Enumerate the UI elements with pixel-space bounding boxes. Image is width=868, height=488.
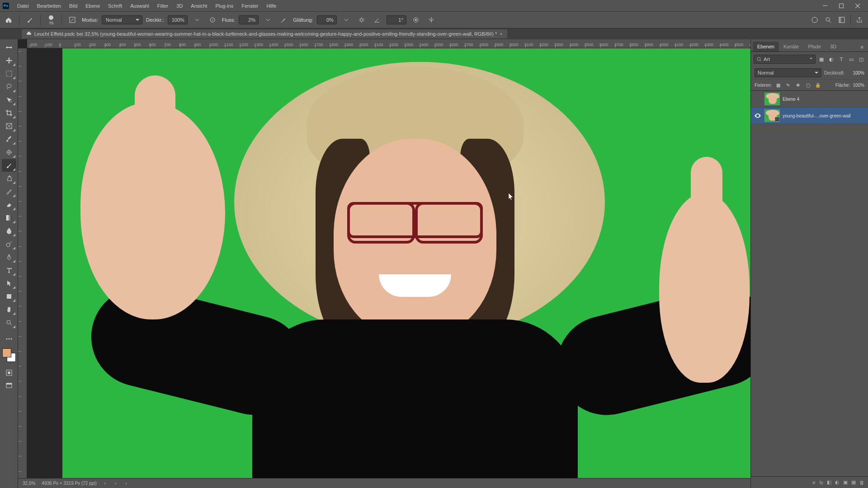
- smoothing-input[interactable]: 0%: [317, 15, 337, 24]
- filter-shape-icon[interactable]: ▭: [847, 56, 855, 62]
- tab-kanaele[interactable]: Kanäle: [779, 42, 803, 52]
- cloud-docs-icon[interactable]: [809, 14, 821, 26]
- tab-ebenen[interactable]: Ebenen: [753, 42, 779, 52]
- close-tab-icon[interactable]: ×: [500, 31, 502, 37]
- layer-blend-dropdown[interactable]: Normal: [755, 68, 821, 77]
- document-tab[interactable]: Leucht Effekt.psdc bei 32,5% (young-beau…: [22, 29, 507, 38]
- layer-group-icon[interactable]: ▣: [843, 479, 848, 485]
- status-next-icon[interactable]: ›: [124, 481, 128, 486]
- dodge-tool[interactable]: [2, 238, 16, 250]
- maximize-button[interactable]: [834, 1, 849, 11]
- screenmode-icon[interactable]: [2, 380, 16, 392]
- shape-tool[interactable]: [2, 290, 16, 303]
- type-tool[interactable]: [2, 264, 16, 277]
- layer-row[interactable]: Ebene 4: [751, 91, 868, 108]
- layer-thumbnail[interactable]: ▢: [764, 109, 780, 122]
- brush-tool[interactable]: [2, 159, 16, 172]
- menu-bild[interactable]: Bild: [66, 1, 81, 10]
- quickmask-icon[interactable]: [2, 366, 16, 379]
- pen-tool[interactable]: [2, 251, 16, 263]
- crop-tool[interactable]: [2, 107, 16, 119]
- zoom-level[interactable]: 32,5%: [23, 481, 35, 486]
- status-prev-icon[interactable]: ‹: [113, 481, 118, 486]
- status-flyout-icon[interactable]: ›: [103, 481, 107, 486]
- marquee-tool[interactable]: [2, 67, 16, 80]
- color-swatches[interactable]: [2, 348, 16, 362]
- new-layer-icon[interactable]: ▦: [851, 479, 856, 485]
- path-select-tool[interactable]: [2, 277, 16, 290]
- layer-name[interactable]: Ebene 4: [783, 97, 865, 102]
- search-icon[interactable]: [822, 14, 834, 26]
- filter-smart-icon[interactable]: ◫: [857, 56, 865, 62]
- layer-fx-icon[interactable]: fx: [819, 480, 823, 485]
- menu-datei[interactable]: Datei: [14, 1, 33, 10]
- document-canvas[interactable]: [62, 48, 750, 478]
- filter-pixel-icon[interactable]: ▦: [817, 56, 826, 62]
- opacity-input[interactable]: 100%: [168, 15, 188, 24]
- angle-input[interactable]: 1°: [387, 15, 406, 24]
- menu-bearbeiten[interactable]: Bearbeiten: [33, 1, 65, 10]
- foreground-color[interactable]: [2, 348, 11, 357]
- tab-3d[interactable]: 3D: [826, 42, 841, 52]
- symmetry-icon[interactable]: [425, 14, 437, 26]
- tab-pfade[interactable]: Pfade: [803, 42, 826, 52]
- opacity-flyout-icon[interactable]: [191, 14, 203, 26]
- smoothing-gear-icon[interactable]: [356, 14, 368, 26]
- layer-filter-dropdown[interactable]: Art: [754, 55, 816, 64]
- vertical-ruler[interactable]: [18, 48, 27, 478]
- brush-panel-toggle-icon[interactable]: [66, 14, 78, 26]
- flow-input[interactable]: 2%: [239, 15, 259, 24]
- menu-ebene[interactable]: Ebene: [82, 1, 104, 10]
- menu-plugins[interactable]: Plug-ins: [212, 1, 237, 10]
- pressure-size-icon[interactable]: [410, 14, 422, 26]
- home-icon[interactable]: [3, 14, 14, 26]
- layer-mask-icon[interactable]: ◧: [827, 479, 831, 485]
- filter-adjust-icon[interactable]: ◐: [827, 56, 835, 62]
- menu-filter[interactable]: Filter: [154, 1, 172, 10]
- zoom-tool[interactable]: [2, 316, 16, 329]
- adjustment-layer-icon[interactable]: ◐: [835, 479, 840, 485]
- blend-mode-dropdown[interactable]: Normal: [102, 15, 142, 24]
- double-arrow-icon[interactable]: [2, 41, 16, 54]
- eyedropper-tool[interactable]: [2, 133, 16, 145]
- pressure-opacity-icon[interactable]: [207, 14, 218, 26]
- link-layers-icon[interactable]: ⌀: [812, 479, 816, 485]
- layer-name[interactable]: young-beautiful-…over-green-wall: [783, 113, 865, 118]
- delete-layer-icon[interactable]: 🗑: [859, 480, 864, 485]
- panel-menu-icon[interactable]: ≡: [858, 42, 866, 52]
- brush-tool-icon[interactable]: [24, 14, 36, 26]
- layer-fill-value[interactable]: 100%: [853, 83, 864, 88]
- menu-hilfe[interactable]: Hilfe: [263, 1, 280, 10]
- blur-tool[interactable]: [2, 225, 16, 237]
- move-tool[interactable]: [2, 54, 16, 67]
- layer-thumbnail[interactable]: [764, 93, 780, 105]
- eraser-tool[interactable]: [2, 198, 16, 211]
- menu-ansicht[interactable]: Ansicht: [187, 1, 211, 10]
- brush-preset-picker[interactable]: 79: [45, 14, 57, 26]
- minimize-button[interactable]: [817, 1, 833, 11]
- flow-flyout-icon[interactable]: [262, 14, 274, 26]
- lock-position-icon[interactable]: ✥: [794, 81, 802, 89]
- quick-select-tool[interactable]: [2, 94, 16, 106]
- share-icon[interactable]: [854, 14, 865, 26]
- airbrush-icon[interactable]: [278, 14, 289, 26]
- workspace-icon[interactable]: [836, 14, 848, 26]
- visibility-toggle[interactable]: [754, 113, 762, 118]
- menu-schrift[interactable]: Schrift: [104, 1, 126, 10]
- layer-row[interactable]: ▢ young-beautiful-…over-green-wall: [751, 108, 868, 124]
- edit-toolbar-icon[interactable]: [2, 333, 16, 345]
- hand-tool[interactable]: [2, 303, 16, 316]
- close-button[interactable]: [850, 1, 865, 11]
- menu-fenster[interactable]: Fenster: [238, 1, 262, 10]
- healing-tool[interactable]: [2, 146, 16, 159]
- lasso-tool[interactable]: [2, 80, 16, 93]
- menu-auswahl[interactable]: Auswahl: [127, 1, 153, 10]
- menu-3d[interactable]: 3D: [173, 1, 186, 10]
- filter-type-icon[interactable]: T: [837, 56, 845, 62]
- gradient-tool[interactable]: [2, 211, 16, 224]
- clone-tool[interactable]: [2, 172, 16, 185]
- horizontal-ruler[interactable]: -200-10001002003004005006007008009001000…: [27, 39, 750, 48]
- lock-artboard-icon[interactable]: ▢: [804, 81, 811, 89]
- lock-transparency-icon[interactable]: ▦: [774, 81, 782, 89]
- layer-opacity-value[interactable]: 100%: [847, 70, 864, 75]
